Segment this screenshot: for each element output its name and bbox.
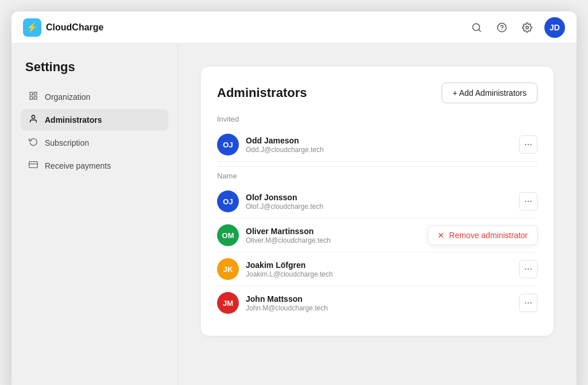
admin-name-odd-jameson: Odd Jameson xyxy=(246,136,519,145)
svg-rect-7 xyxy=(34,96,37,99)
close-icon: ✕ xyxy=(438,231,444,240)
more-button-john-mattsson[interactable] xyxy=(519,294,537,312)
app-name: CloudCharge xyxy=(46,22,103,33)
svg-rect-10 xyxy=(29,162,38,168)
sidebar-item-subscription[interactable]: Subscription xyxy=(21,132,168,154)
admin-row-john-mattsson: JM John Mattsson John.M@cloudcharge.tech xyxy=(217,286,537,320)
svg-point-22 xyxy=(528,302,529,304)
svg-rect-6 xyxy=(34,92,37,95)
avatar-oliver-martinsson: OM xyxy=(217,224,239,246)
card-title: Administrators xyxy=(217,85,307,100)
admin-row-oliver-martinsson: OM Oliver Martinsson Oliver.M@cloudcharg… xyxy=(217,219,537,252)
admin-email-john-mattsson: John.M@cloudcharge.tech xyxy=(246,304,519,312)
add-administrators-button[interactable]: + Add Administrators xyxy=(442,83,537,103)
svg-point-20 xyxy=(531,269,532,270)
svg-point-12 xyxy=(525,144,526,145)
subscription-icon xyxy=(28,137,39,149)
administrators-card: Administrators + Add Administrators Invi… xyxy=(201,67,554,336)
user-avatar[interactable]: JD xyxy=(544,17,565,38)
avatar-odd-jameson: OJ xyxy=(217,134,239,155)
receive-payments-icon xyxy=(28,160,39,172)
app-window: ⚡ CloudCharge JD xyxy=(11,11,577,385)
card-header: Administrators + Add Administrators xyxy=(217,83,537,103)
svg-point-23 xyxy=(531,302,532,304)
search-icon[interactable] xyxy=(469,20,485,36)
invited-section-label: Invited xyxy=(217,115,537,123)
admin-email-oliver-martinsson: Oliver.M@cloudcharge.tech xyxy=(246,236,428,244)
admin-info-oliver-martinsson: Oliver Martinsson Oliver.M@cloudcharge.t… xyxy=(246,227,428,244)
more-button-joakim-lofgren[interactable] xyxy=(519,260,537,278)
admin-row-joakim-lofgren: JK Joakim Löfgren Joakim.L@cloudcharge.t… xyxy=(217,252,537,286)
admin-row-invited-oj: OJ Odd Jameson Odd.J@cloudcharge.tech xyxy=(217,128,537,162)
remove-label: Remove administrator xyxy=(449,231,528,240)
sidebar-item-organization[interactable]: Organization xyxy=(21,86,168,108)
admin-name-john-mattsson: John Mattsson xyxy=(246,294,519,304)
svg-point-21 xyxy=(525,302,526,304)
admin-name-oliver-martinsson: Oliver Martinsson xyxy=(246,227,428,236)
sidebar: Settings Organization Adminis xyxy=(11,44,178,385)
more-button-odd-jameson[interactable] xyxy=(519,135,537,154)
admin-info-joakim-lofgren: Joakim Löfgren Joakim.L@cloudcharge.tech xyxy=(246,260,519,278)
svg-point-19 xyxy=(528,269,529,270)
more-button-olof-jonsson[interactable] xyxy=(519,192,537,211)
svg-point-16 xyxy=(528,201,529,202)
gear-icon[interactable] xyxy=(519,20,535,36)
main-content: Administrators + Add Administrators Invi… xyxy=(178,44,577,385)
sidebar-item-receive-payments[interactable]: Receive payments xyxy=(21,155,168,177)
svg-point-18 xyxy=(525,269,526,270)
admin-name-joakim-lofgren: Joakim Löfgren xyxy=(246,260,519,270)
avatar-john-mattsson: JM xyxy=(217,292,239,314)
admin-info-john-mattsson: John Mattsson John.M@cloudcharge.tech xyxy=(246,294,519,312)
logo-icon: ⚡ xyxy=(23,18,41,37)
help-icon[interactable] xyxy=(494,20,510,36)
sidebar-title: Settings xyxy=(21,60,168,75)
sidebar-label-receive-payments: Receive payments xyxy=(45,161,111,170)
svg-point-9 xyxy=(32,115,34,118)
svg-point-13 xyxy=(528,144,529,145)
logo-area: ⚡ CloudCharge xyxy=(23,18,103,37)
admin-info-olof-jonsson: Olof Jonsson Olof.J@cloudcharge.tech xyxy=(246,193,519,211)
svg-point-4 xyxy=(526,26,529,29)
topbar-right: JD xyxy=(469,17,565,38)
avatar-olof-jonsson: OJ xyxy=(217,190,239,212)
administrators-icon xyxy=(28,114,39,126)
main-layout: Settings Organization Adminis xyxy=(11,44,577,385)
svg-rect-5 xyxy=(30,92,33,95)
sidebar-label-administrators: Administrators xyxy=(45,115,102,125)
svg-point-15 xyxy=(525,201,526,202)
svg-rect-8 xyxy=(30,96,33,99)
remove-administrator-button[interactable]: ✕ Remove administrator xyxy=(428,225,537,245)
admin-row-olof-jonsson: OJ Olof Jonsson Olof.J@cloudcharge.tech xyxy=(217,185,537,219)
admin-info-odd-jameson: Odd Jameson Odd.J@cloudcharge.tech xyxy=(246,136,519,154)
admin-email-olof-jonsson: Olof.J@cloudcharge.tech xyxy=(246,203,519,211)
admin-email-odd-jameson: Odd.J@cloudcharge.tech xyxy=(246,146,519,154)
name-section-label: Name xyxy=(217,172,537,180)
topbar: ⚡ CloudCharge JD xyxy=(11,11,577,44)
sidebar-label-organization: Organization xyxy=(45,92,90,102)
organization-icon xyxy=(28,91,39,103)
svg-point-17 xyxy=(531,201,532,202)
svg-line-1 xyxy=(478,29,480,31)
sidebar-label-subscription: Subscription xyxy=(45,138,89,147)
sidebar-item-administrators[interactable]: Administrators xyxy=(21,109,168,131)
admin-name-olof-jonsson: Olof Jonsson xyxy=(246,193,519,202)
avatar-joakim-lofgren: JK xyxy=(217,258,239,280)
svg-point-14 xyxy=(531,144,532,145)
admin-email-joakim-lofgren: Joakim.L@cloudcharge.tech xyxy=(246,270,519,278)
